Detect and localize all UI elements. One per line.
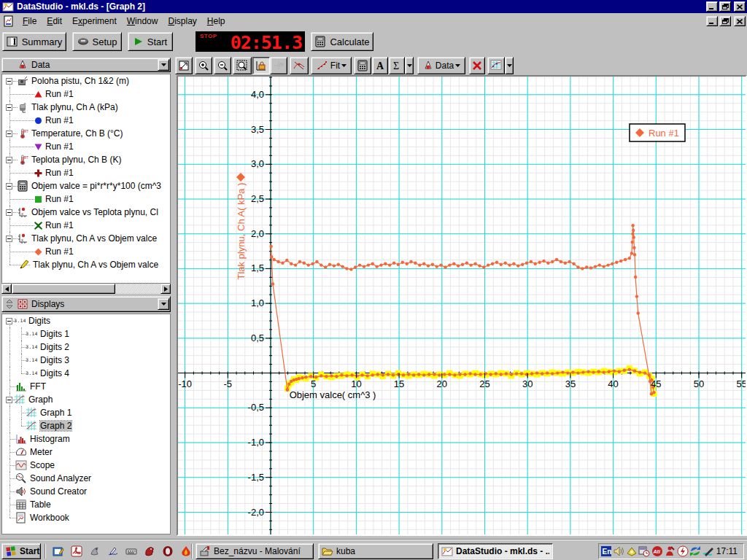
task-button-1[interactable]: Bez_názvu - Malování bbox=[196, 543, 314, 559]
data-run-item[interactable]: Run #1 bbox=[2, 219, 170, 232]
data-run-item[interactable]: Run #1 bbox=[2, 166, 170, 179]
menu-help[interactable]: Help bbox=[202, 15, 231, 28]
data-run-item[interactable]: Run #1 bbox=[2, 192, 170, 206]
graph-settings-button[interactable] bbox=[487, 57, 505, 74]
calculate-button[interactable]: Calculate bbox=[311, 32, 374, 51]
data-tree-item[interactable]: Poloha pistu, Ch 1&2 (m) bbox=[2, 74, 170, 88]
display-tree-item[interactable]: Graph bbox=[2, 393, 170, 406]
volume-icon[interactable] bbox=[613, 545, 624, 557]
summary-button[interactable]: Summary bbox=[2, 32, 66, 51]
display-subitem[interactable]: 3.14Digits 2 bbox=[2, 341, 170, 354]
display-tree-item[interactable]: Histogram bbox=[2, 432, 170, 446]
menu-window[interactable]: Window bbox=[122, 15, 163, 28]
scale-to-fit-button[interactable] bbox=[175, 57, 193, 74]
data-run-item[interactable]: Run #1 bbox=[2, 114, 170, 127]
ati-icon[interactable]: Ati bbox=[651, 545, 663, 557]
menu-experiment[interactable]: Experiment bbox=[67, 15, 122, 28]
scheduler-icon[interactable] bbox=[638, 545, 650, 557]
display-subitem[interactable]: 3.14Digits 3 bbox=[2, 354, 170, 367]
smart-tool-button[interactable] bbox=[252, 57, 270, 74]
statistics-button[interactable]: Σ bbox=[389, 57, 405, 74]
quicklaunch-edit-icon[interactable] bbox=[53, 545, 64, 557]
display-subitem[interactable]: 3.14Digits 4 bbox=[2, 367, 170, 380]
remove-button[interactable] bbox=[469, 57, 485, 74]
task-button-2[interactable]: kuba bbox=[318, 543, 433, 559]
collapse-expander[interactable] bbox=[6, 131, 12, 137]
data-tree-item[interactable]: RTDTemperature, Ch B (°C) bbox=[2, 127, 170, 140]
lens-icon[interactable] bbox=[626, 545, 638, 557]
collapse-expander[interactable] bbox=[6, 318, 12, 324]
child-restore-button[interactable] bbox=[719, 16, 731, 26]
scroll-thumb[interactable] bbox=[12, 284, 115, 294]
collapse-expander[interactable] bbox=[6, 236, 12, 242]
quicklaunch-flame-icon[interactable] bbox=[180, 545, 192, 557]
display-tree-item[interactable]: Table bbox=[2, 498, 170, 511]
data-tree-item[interactable]: Tlak plynu, Ch A (kPa) bbox=[2, 101, 170, 114]
display-tree-item[interactable]: Scope bbox=[2, 459, 170, 472]
start-button[interactable]: Start bbox=[128, 32, 173, 51]
red-figure-icon[interactable] bbox=[664, 545, 676, 557]
data-panel-dropdown-button[interactable] bbox=[158, 59, 169, 71]
display-tree-item[interactable]: Workbook bbox=[2, 511, 170, 524]
collapse-expander[interactable] bbox=[6, 104, 12, 111]
display-tree-item[interactable]: FFT bbox=[2, 380, 170, 393]
task-button-3[interactable]: DataStudio - mkl.ds - ... bbox=[438, 543, 553, 559]
data-tree-item[interactable]: Objem valce = pi*r*r*y*100 (cm^3 bbox=[2, 179, 170, 192]
display-tree-item[interactable]: Meter bbox=[2, 446, 170, 459]
zoom-select-button[interactable] bbox=[233, 57, 252, 74]
quicklaunch-pen-icon[interactable] bbox=[107, 545, 119, 557]
collapse-expander[interactable] bbox=[6, 209, 12, 216]
calculate-tool-button[interactable] bbox=[354, 57, 371, 74]
sync-arrows-icon[interactable] bbox=[689, 545, 701, 557]
child-minimize-button[interactable] bbox=[706, 16, 718, 26]
data-tree-item[interactable]: RTDTeplota plynu, Ch B (K) bbox=[2, 153, 170, 166]
collapse-expander[interactable] bbox=[6, 78, 12, 85]
text-tool-button[interactable]: A bbox=[372, 57, 388, 74]
data-tree-item[interactable]: Tlak plynu, Ch A vs Objem valce bbox=[2, 258, 170, 271]
scroll-left-button[interactable] bbox=[1, 284, 12, 294]
data-run-item[interactable]: Run #1 bbox=[2, 245, 170, 258]
graph-settings-menu-button[interactable] bbox=[505, 57, 514, 74]
start-button-taskbar[interactable]: Start bbox=[1, 543, 41, 559]
slope-tool-button[interactable] bbox=[290, 57, 309, 74]
quicklaunch-bird-icon[interactable] bbox=[89, 545, 101, 557]
zoom-in-button[interactable] bbox=[195, 57, 212, 74]
fit-menu-button[interactable]: Fit bbox=[311, 57, 352, 74]
child-close-button[interactable] bbox=[734, 16, 746, 26]
display-tree-item[interactable]: Sound Analyzer bbox=[2, 472, 170, 485]
keyboard-layout-icon[interactable]: En bbox=[600, 545, 612, 557]
data-tree-item[interactable]: xObjem valce vs Teplota plynu, Cl bbox=[2, 206, 170, 219]
power-icon[interactable] bbox=[677, 545, 689, 557]
restore-button[interactable] bbox=[719, 1, 731, 12]
collapse-expander[interactable] bbox=[6, 397, 12, 403]
statistics-menu-button[interactable] bbox=[405, 57, 414, 74]
quicklaunch-acrobat-icon[interactable] bbox=[71, 545, 82, 557]
pen-tablet-icon[interactable] bbox=[703, 545, 714, 557]
collapse-expander[interactable] bbox=[6, 183, 12, 190]
display-tree-item[interactable]: 3.14Digits bbox=[2, 314, 170, 327]
display-subitem[interactable]: Graph 1 bbox=[2, 406, 170, 419]
displays-panel-dropdown-button[interactable] bbox=[158, 298, 169, 310]
data-run-item[interactable]: Run #1 bbox=[2, 140, 170, 153]
display-tree-item[interactable]: Sound Creator bbox=[2, 485, 170, 498]
data-menu-button[interactable]: Data bbox=[417, 57, 465, 74]
scroll-right-button[interactable] bbox=[160, 284, 171, 294]
close-button[interactable] bbox=[734, 1, 746, 12]
zoom-out-button[interactable] bbox=[214, 57, 231, 74]
smart-xy-button[interactable]: xy bbox=[270, 57, 287, 74]
menu-display[interactable]: Display bbox=[163, 15, 201, 28]
quicklaunch-dragon-icon[interactable] bbox=[144, 545, 155, 557]
setup-button[interactable]: Setup bbox=[72, 32, 122, 51]
display-subitem[interactable]: 3.14Digits 1 bbox=[2, 327, 170, 341]
minimize-button[interactable] bbox=[706, 1, 718, 12]
graph-plot-area[interactable]: -10-5510152025303540455055-2,0-1,5-1,0-0… bbox=[177, 75, 747, 536]
data-run-item[interactable]: Run #1 bbox=[2, 88, 170, 101]
data-tree-item[interactable]: xTlak plynu, Ch A vs Objem valce bbox=[2, 232, 170, 245]
display-subitem[interactable]: Graph 2 bbox=[2, 419, 170, 432]
data-tree-hscrollbar[interactable] bbox=[1, 284, 171, 294]
quicklaunch-keyboard-icon[interactable] bbox=[125, 545, 137, 557]
quicklaunch-opera-icon[interactable] bbox=[162, 545, 174, 557]
menu-file[interactable]: File bbox=[18, 15, 42, 28]
menu-edit[interactable]: Edit bbox=[42, 15, 67, 28]
collapse-expander[interactable] bbox=[6, 157, 12, 163]
